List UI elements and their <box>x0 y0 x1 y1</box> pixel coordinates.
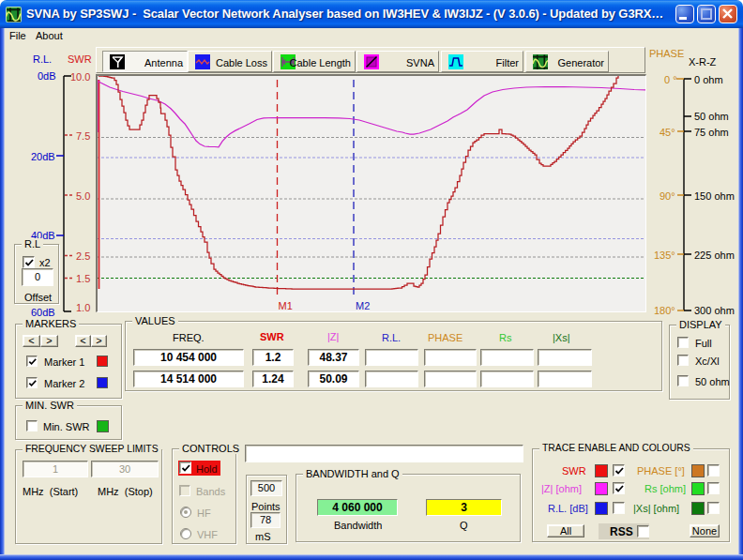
svg-text:M2: M2 <box>356 300 370 311</box>
svg-text:M1: M1 <box>279 300 293 311</box>
